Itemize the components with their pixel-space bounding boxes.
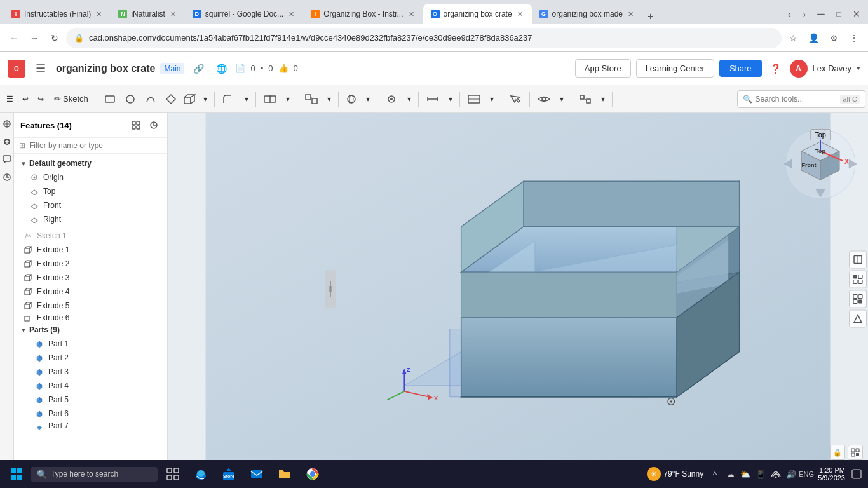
tab-close-instructables[interactable]: ✕ xyxy=(95,9,103,20)
feature-item-extrude5[interactable]: Extrude 5 xyxy=(14,299,167,313)
parts-item-4[interactable]: Part 4 xyxy=(14,379,167,393)
view-top-button[interactable]: Top xyxy=(810,129,831,140)
toolbar-measure-btn[interactable] xyxy=(422,89,444,109)
toolbar-rect-btn[interactable] xyxy=(100,89,119,109)
tab-close-org-box-instr[interactable]: ✕ xyxy=(407,9,416,20)
viewport[interactable]: Front xyxy=(168,113,868,465)
parts-item-1[interactable]: Part 1 xyxy=(14,337,167,351)
tray-cloud-icon[interactable]: ☁ xyxy=(724,468,736,480)
lock-icon-button[interactable]: 🔒 xyxy=(830,445,845,460)
chrome-taskbar[interactable] xyxy=(300,463,325,485)
toolbar-3d-btn[interactable] xyxy=(342,89,361,109)
outlook-taskbar[interactable] xyxy=(244,463,269,485)
new-tab-button[interactable]: + xyxy=(642,9,658,24)
parts-item-2[interactable]: Part 2 xyxy=(14,351,167,365)
toolbar-curve-btn[interactable] xyxy=(141,89,160,109)
toolbar-list-btn[interactable]: ☰ xyxy=(3,89,17,109)
taskbar-clock[interactable]: 1:20 PM 5/9/2023 xyxy=(818,466,845,482)
toolbar-circle-btn[interactable] xyxy=(121,89,140,109)
right-mini-btn-3[interactable] xyxy=(849,290,867,308)
globe-icon-button[interactable]: 🌐 xyxy=(212,60,230,78)
tab-close-org-box-crate[interactable]: ✕ xyxy=(516,9,524,20)
feature-item-extrude1[interactable]: Extrude 1 xyxy=(14,243,167,257)
feature-item-top[interactable]: Top xyxy=(14,184,167,198)
search-input[interactable] xyxy=(755,95,837,104)
toolbar-extrude-btn[interactable] xyxy=(182,89,198,109)
feature-item-extrude4[interactable]: Extrude 4 xyxy=(14,285,167,299)
display-state-button[interactable] xyxy=(848,445,863,460)
toolbar-chevron-3[interactable]: ▾ xyxy=(282,89,294,109)
redo-button[interactable]: ↪ xyxy=(34,89,48,109)
viewport-resize-handle[interactable] xyxy=(325,270,336,308)
toolbar-chevron-5[interactable]: ▾ xyxy=(362,89,374,109)
right-mini-btn-1[interactable] xyxy=(849,251,867,269)
toolbar-fillet-btn[interactable] xyxy=(218,89,240,109)
settings-button[interactable]: ⋮ xyxy=(845,29,863,47)
tab-scroll-right[interactable]: › xyxy=(798,8,811,20)
weather-widget[interactable]: ☀ 79°F Sunny xyxy=(647,467,703,481)
user-avatar[interactable]: A xyxy=(790,60,808,78)
toolbar-view-btn[interactable] xyxy=(533,89,555,109)
feature-item-front[interactable]: Front xyxy=(14,198,167,212)
toolbar-display-btn[interactable] xyxy=(463,89,485,109)
tab-inaturalist[interactable]: N iNaturalist ✕ xyxy=(111,4,184,24)
parts-item-6[interactable]: Part 6 xyxy=(14,407,167,421)
toolbar-chevron-4[interactable]: ▾ xyxy=(323,89,335,109)
close-button[interactable]: ✕ xyxy=(849,6,864,22)
toolbar-chevron-1[interactable]: ▾ xyxy=(200,89,211,109)
edge-browser-taskbar[interactable] xyxy=(188,463,214,485)
feature-item-extrude2[interactable]: Extrude 2 xyxy=(14,257,167,271)
parts-item-3[interactable]: Part 3 xyxy=(14,365,167,379)
document-tag[interactable]: Main xyxy=(160,63,184,74)
learning-center-button[interactable]: Learning Center xyxy=(636,59,714,78)
feature-history-button[interactable] xyxy=(147,118,161,132)
link-icon-button[interactable]: 🔗 xyxy=(189,60,207,78)
right-mini-btn-4[interactable] xyxy=(849,310,867,328)
tray-onedrive-icon[interactable]: ⛅ xyxy=(739,468,752,480)
feature-filter-input[interactable] xyxy=(29,141,162,150)
tray-volume-icon[interactable]: 🔊 xyxy=(785,468,797,480)
toolbar-chevron-9[interactable]: ▾ xyxy=(556,89,567,109)
tray-chevron-up[interactable]: ^ xyxy=(709,468,721,480)
tray-lang-icon[interactable]: ENG xyxy=(800,468,813,480)
sidebar-history-icon[interactable] xyxy=(1,172,13,183)
right-mini-btn-2[interactable] xyxy=(849,271,867,288)
toolbar-chevron-10[interactable]: ▾ xyxy=(597,89,609,109)
sidebar-comment-icon[interactable] xyxy=(1,154,13,165)
taskbar-search[interactable]: 🔍 Type here to search xyxy=(31,467,158,482)
tab-close-org-box-made[interactable]: ✕ xyxy=(627,9,635,20)
refresh-button[interactable]: ↻ xyxy=(46,29,64,47)
tab-close-inaturalist[interactable]: ✕ xyxy=(169,9,177,20)
notification-button[interactable] xyxy=(850,468,863,480)
feature-item-right[interactable]: Right xyxy=(14,212,167,226)
tab-close-google-doc[interactable]: ✕ xyxy=(287,9,295,20)
parts-item-7[interactable]: Part 7 xyxy=(14,421,167,431)
parts-section-header[interactable]: ▼ Parts (9) xyxy=(14,323,167,337)
toolbar-selection-btn[interactable] xyxy=(505,89,526,109)
tab-org-box-crate[interactable]: O organizing box crate ✕ xyxy=(423,4,532,24)
toolbar-chevron-6[interactable]: ▾ xyxy=(403,89,415,109)
sidebar-origin-icon[interactable] xyxy=(1,118,13,130)
bookmark-button[interactable]: ☆ xyxy=(784,29,802,47)
user-chevron[interactable]: ▾ xyxy=(857,64,860,72)
share-button[interactable]: Share xyxy=(719,60,762,77)
tab-org-box-made[interactable]: G organizing box made ✕ xyxy=(532,4,642,24)
toolbar-transform-btn[interactable] xyxy=(301,89,322,109)
maximize-button[interactable]: □ xyxy=(831,6,846,22)
feature-item-extrude6[interactable]: Extrude 6 xyxy=(14,313,167,323)
parts-item-5[interactable]: Part 5 xyxy=(14,393,167,407)
address-bar[interactable]: 🔒 cad.onshape.com/documents/1a54abaf67fb… xyxy=(66,28,782,48)
feature-instances-button[interactable] xyxy=(129,118,143,132)
tray-network-icon[interactable] xyxy=(770,468,782,480)
toolbar-chevron-2[interactable]: ▾ xyxy=(241,89,252,109)
start-button[interactable] xyxy=(5,463,28,485)
onshape-logo-icon[interactable]: O xyxy=(8,60,25,78)
tab-scroll-left[interactable]: ‹ xyxy=(783,8,796,20)
tab-google-doc[interactable]: D squirrel - Google Doc... ✕ xyxy=(185,4,303,24)
extensions-button[interactable]: ⚙ xyxy=(825,29,843,47)
user-name[interactable]: Lex Davey xyxy=(813,64,851,73)
help-button[interactable]: ❓ xyxy=(767,60,785,78)
feature-item-sketch1[interactable]: Sketch 1 xyxy=(14,229,167,243)
tray-tablet-icon[interactable]: 📱 xyxy=(754,468,767,480)
default-geometry-header[interactable]: ▼ Default geometry xyxy=(14,156,167,170)
